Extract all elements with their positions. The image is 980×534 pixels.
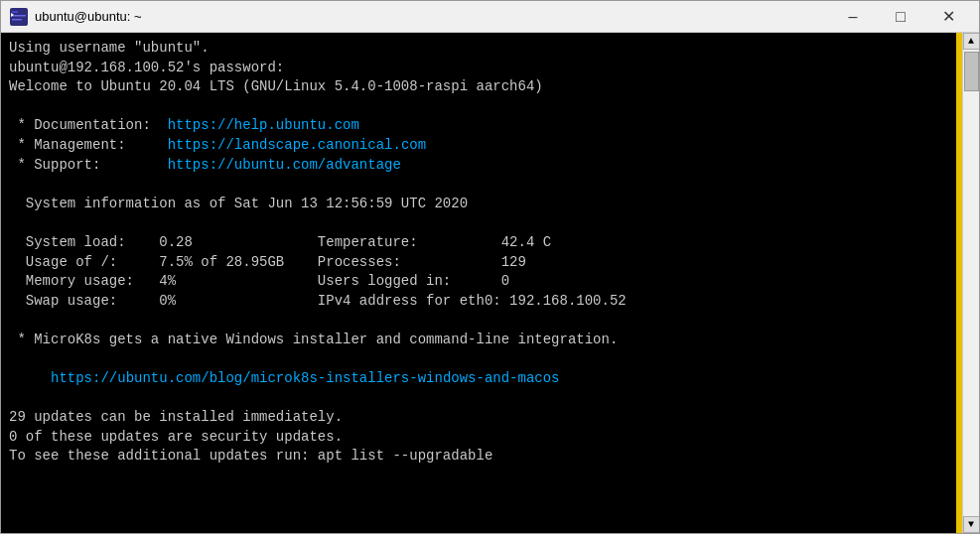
window-controls: – □ ✕	[830, 2, 971, 32]
svg-rect-2	[12, 15, 26, 17]
svg-rect-3	[12, 19, 22, 21]
window-title: ubuntu@ubuntu: ~	[35, 9, 830, 24]
scrollbar-track[interactable]	[963, 50, 979, 516]
scroll-down-arrow[interactable]: ▼	[963, 516, 980, 533]
svg-rect-1	[12, 11, 18, 13]
terminal-area: Using username "ubuntu". ubuntu@192.168.…	[1, 33, 979, 533]
scrollbar-thumb[interactable]	[964, 52, 979, 91]
app-icon	[9, 7, 29, 27]
vertical-scrollbar[interactable]: ▲ ▼	[962, 33, 979, 533]
svg-rect-0	[10, 8, 28, 26]
terminal-output[interactable]: Using username "ubuntu". ubuntu@192.168.…	[1, 33, 956, 533]
scroll-up-arrow[interactable]: ▲	[963, 33, 980, 50]
close-button[interactable]: ✕	[925, 2, 971, 32]
minimize-button[interactable]: –	[830, 2, 876, 32]
title-bar: ubuntu@ubuntu: ~ – □ ✕	[1, 1, 979, 33]
maximize-button[interactable]: □	[878, 2, 923, 32]
terminal-window: ubuntu@ubuntu: ~ – □ ✕ Using username "u…	[0, 0, 980, 534]
